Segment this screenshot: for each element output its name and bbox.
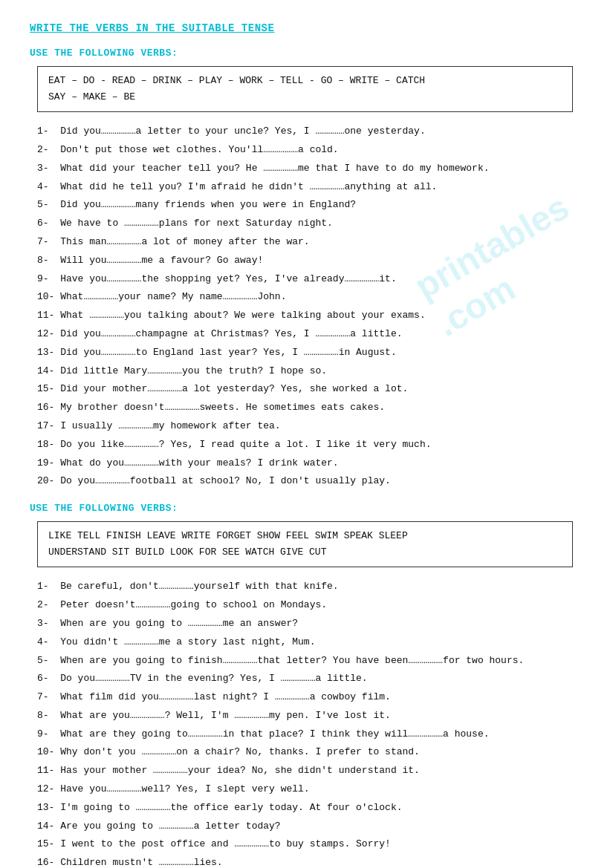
list-item: 6- Do you………………TV in the evening? Yes, I… xyxy=(37,671,580,687)
verb-box-2: LIKE TELL FINISH LEAVE WRITE FORGET SHOW… xyxy=(37,521,573,567)
list-item: 12- Have you………………well? Yes, I slept ver… xyxy=(37,782,580,797)
list-item: 17- I usually ………………my homework after te… xyxy=(37,419,580,434)
list-item: 12- Did you………………champagne at Christmas?… xyxy=(37,327,580,342)
list-item: 20- Do you………………football at school? No, … xyxy=(37,474,580,489)
list-item: 4- What did he tell you? I'm afraid he d… xyxy=(37,180,580,195)
list-item: 6- We have to ………………plans for next Satur… xyxy=(37,216,580,232)
list-item: 18- Do you like………………? Yes, I read quite… xyxy=(37,437,580,453)
list-item: 5- Did you………………many friends when you we… xyxy=(37,198,580,213)
list-item: 14- Did little Mary………………you the truth? … xyxy=(37,364,580,379)
list-item: 2- Peter doesn't………………going to school on… xyxy=(37,598,580,613)
list-item: 5- When are you going to finish………………tha… xyxy=(37,653,580,669)
list-item: 2- Don't put those wet clothes. You'll……… xyxy=(37,143,580,158)
list-item: 14- Are you going to ………………a letter toda… xyxy=(37,819,580,835)
list-item: 19- What do you………………with your meals? I … xyxy=(37,456,580,471)
list-item: 10- Why don't you ………………on a chair? No, … xyxy=(37,745,580,760)
list-item: 4- You didn't ………………me a story last nigh… xyxy=(37,635,580,650)
list-item: 1- Be careful, don't………………yourself with … xyxy=(37,579,580,595)
verb-box-1: EAT – DO - READ – DRINK – PLAY – WORK – … xyxy=(37,66,573,112)
exercise-list-2: 1- Be careful, don't………………yourself with … xyxy=(37,579,580,868)
list-item: 7- What film did you………………last night? I … xyxy=(37,690,580,705)
list-item: 7- This man………………a lot of money after th… xyxy=(37,235,580,250)
list-item: 16- Children mustn't ………………lies. xyxy=(37,855,580,868)
list-item: 11- Has your mother ………………your idea? No,… xyxy=(37,763,580,779)
exercise-list-1: 1- Did you………………a letter to your uncle? … xyxy=(37,124,580,489)
main-title: WRITE THE VERBS IN THE SUITABLE TENSE xyxy=(30,22,580,34)
list-item: 9- What are they going to………………in that p… xyxy=(37,727,580,743)
list-item: 3- What did your teacher tell you? He ……… xyxy=(37,161,580,177)
section1-heading: USE THE FOLLOWING VERBS: xyxy=(30,48,580,59)
list-item: 10- What………………your name? My name………………Jo… xyxy=(37,290,580,305)
list-item: 1- Did you………………a letter to your uncle? … xyxy=(37,124,580,140)
list-item: 15- Did your mother………………a lot yesterday… xyxy=(37,382,580,397)
list-item: 13- Did you………………to England last year? Y… xyxy=(37,345,580,361)
list-item: 11- What ………………you talking about? We wer… xyxy=(37,308,580,324)
verb-box-2-text: LIKE TELL FINISH LEAVE WRITE FORGET SHOW… xyxy=(48,530,408,558)
list-item: 15- I went to the post office and ………………… xyxy=(37,837,580,852)
list-item: 9- Have you………………the shopping yet? Yes, … xyxy=(37,272,580,287)
list-item: 16- My brother doesn't………………sweets. He s… xyxy=(37,400,580,416)
list-item: 13- I'm going to ………………the office early … xyxy=(37,800,580,816)
list-item: 8- What are you………………? Well, I'm ………………m… xyxy=(37,708,580,724)
list-item: 8- Will you………………me a favour? Go away! xyxy=(37,253,580,269)
list-item: 3- When are you going to ………………me an ans… xyxy=(37,616,580,632)
verb-box-1-text: EAT – DO - READ – DRINK – PLAY – WORK – … xyxy=(48,75,425,102)
section2-heading: USE THE FOLLOWING VERBS: xyxy=(30,503,580,514)
